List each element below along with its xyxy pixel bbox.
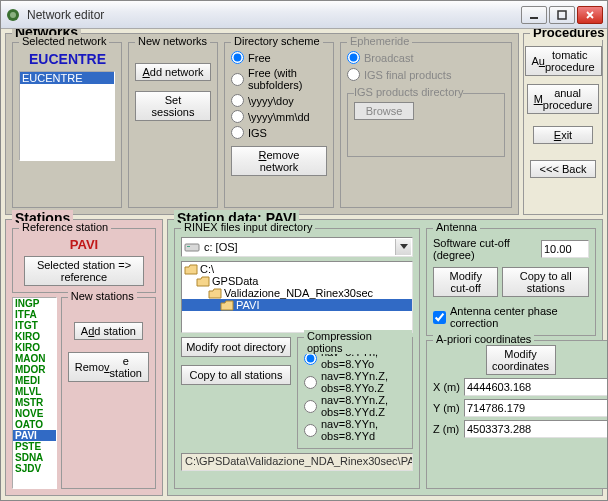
- remove-station-button[interactable]: Removestation: [68, 352, 149, 382]
- modify-cutoff-button[interactable]: Modify cut-off: [433, 267, 498, 297]
- procedures-title: Procedures: [530, 29, 607, 40]
- coords-group: A-priori coordinates Modify coordinates …: [426, 340, 607, 489]
- folder-icon: [196, 276, 210, 287]
- copy-all-stations-button[interactable]: Copy to all stations: [181, 365, 291, 385]
- compression-options-group: Compression options nav=8.YYn, obs=8.YYo…: [297, 337, 413, 449]
- folder-row[interactable]: PAVI: [182, 299, 412, 311]
- dir-free-sub-radio[interactable]: Free (with subfolders): [231, 67, 327, 91]
- folder-row[interactable]: Validazione_NDA_Rinex30sec: [182, 287, 412, 299]
- comp-opt-b-radio[interactable]: nav=8.YYn.Z, obs=8.YYo.Z: [304, 370, 406, 394]
- coord-y-label: Y (m): [433, 402, 461, 414]
- exit-button[interactable]: Exit: [533, 126, 593, 144]
- station-list-item[interactable]: ITFA: [13, 309, 56, 320]
- eph-igsfinal-label: IGS final products: [364, 69, 451, 81]
- svg-rect-2: [530, 17, 538, 19]
- station-list-item[interactable]: MSTR: [13, 397, 56, 408]
- comp-opt-c-radio[interactable]: nav=8.YYn.Z, obs=8.YYd.Z: [304, 394, 406, 418]
- folder-icon: [184, 264, 198, 275]
- minimize-button[interactable]: [521, 6, 547, 24]
- station-list-item[interactable]: SJDV: [13, 463, 56, 474]
- back-button[interactable]: <<< Back: [530, 160, 596, 178]
- reference-station-name: PAVI: [70, 237, 98, 252]
- network-list-item[interactable]: EUCENTRE: [20, 72, 114, 84]
- dir-ydoy-label: \yyyy\doy: [248, 95, 294, 107]
- path-display: C:\GPSData\Validazione_NDA_Rinex30sec\PA…: [181, 453, 413, 471]
- ephemeride-legend: Ephemeride: [347, 35, 412, 47]
- set-sessions-button[interactable]: Set sessions: [135, 91, 211, 121]
- rinex-bottom: Modify root directory Copy to all statio…: [181, 337, 413, 449]
- new-networks-legend: New networks: [135, 35, 210, 47]
- station-list-item[interactable]: KIRO: [13, 342, 56, 353]
- igs-products-dir-legend: IGS products directory: [354, 86, 463, 98]
- close-button[interactable]: [577, 6, 603, 24]
- coords-legend: A-priori coordinates: [433, 333, 534, 345]
- cutoff-label: Software cut-off (degree): [433, 237, 537, 261]
- station-list-item[interactable]: MDOR: [13, 364, 56, 375]
- coord-z-input[interactable]: [464, 420, 607, 438]
- station-list-item[interactable]: PAVI: [13, 430, 56, 441]
- igs-products-dir-group: IGS products directory Browse: [347, 93, 505, 157]
- station-list-item[interactable]: SDNA: [13, 452, 56, 463]
- comp-opt-d-radio[interactable]: nav=8.YYn, obs=8.YYd: [304, 418, 406, 442]
- add-station-button[interactable]: Add station: [74, 322, 143, 340]
- folder-tree[interactable]: C:\GPSDataValidazione_NDA_Rinex30secPAVI: [181, 261, 413, 333]
- add-network-button[interactable]: Add network: [135, 63, 210, 81]
- station-list-item[interactable]: ITGT: [13, 320, 56, 331]
- dir-free-radio[interactable]: Free: [231, 51, 327, 64]
- station-data-group: Station data: PAVI RINEX files input dir…: [167, 219, 603, 496]
- station-list-item[interactable]: NOVE: [13, 408, 56, 419]
- selected-station-reference-button[interactable]: Selected station => reference: [24, 256, 144, 286]
- coords-comp-row: A-priori coordinates Modify coordinates …: [426, 340, 596, 489]
- networks-listbox[interactable]: EUCENTRE: [19, 71, 115, 161]
- maximize-button[interactable]: [549, 6, 575, 24]
- dir-ydoy-radio[interactable]: \yyyy\doy: [231, 94, 327, 107]
- antenna-column: Antenna Software cut-off (degree) Modify…: [426, 228, 596, 489]
- directory-scheme-legend: Directory scheme: [231, 35, 323, 47]
- drive-label: c: [OS]: [204, 241, 238, 253]
- station-list-item[interactable]: MAON: [13, 353, 56, 364]
- app-icon: [5, 7, 21, 23]
- svg-point-1: [10, 12, 16, 18]
- antenna-group: Antenna Software cut-off (degree) Modify…: [426, 228, 596, 336]
- comp-opt-d-label: nav=8.YYn, obs=8.YYd: [321, 418, 406, 442]
- phase-correction-checkbox[interactable]: Antenna center phase correction: [433, 305, 589, 329]
- modify-coords-button[interactable]: Modify coordinates: [486, 345, 556, 375]
- dir-free-sub-label: Free (with subfolders): [248, 67, 327, 91]
- cutoff-row: Software cut-off (degree): [433, 237, 589, 261]
- antenna-legend: Antenna: [433, 221, 480, 233]
- automatic-procedure-button[interactable]: Automaticprocedure: [525, 46, 602, 76]
- folder-row[interactable]: GPSData: [182, 275, 412, 287]
- eph-igsfinal-radio[interactable]: IGS final products: [347, 68, 505, 81]
- networks-group: Networks Selected network EUCENTRE EUCEN…: [5, 33, 519, 215]
- coord-x-input[interactable]: [464, 378, 607, 396]
- chevron-down-icon[interactable]: [395, 239, 411, 255]
- bottom-row: Stations Reference station PAVI Selected…: [5, 219, 603, 496]
- station-list-item[interactable]: INGP: [13, 298, 56, 309]
- svg-rect-3: [558, 11, 566, 19]
- station-list-item[interactable]: MEDI: [13, 375, 56, 386]
- station-list-item[interactable]: PSTE: [13, 441, 56, 452]
- drive-combo[interactable]: c: [OS]: [181, 237, 413, 257]
- station-list-item[interactable]: KIRO: [13, 331, 56, 342]
- folder-row[interactable]: C:\: [182, 263, 412, 275]
- copy-cutoff-button[interactable]: Copy to all stations: [502, 267, 589, 297]
- station-list-item[interactable]: OATO: [13, 419, 56, 430]
- window-title: Network editor: [27, 8, 519, 22]
- coord-z-row: Z (m): [433, 420, 607, 438]
- eph-broadcast-radio[interactable]: Broadcast: [347, 51, 505, 64]
- dir-igs-radio[interactable]: IGS: [231, 126, 327, 139]
- coord-y-input[interactable]: [464, 399, 607, 417]
- rinex-buttons: Modify root directory Copy to all statio…: [181, 337, 291, 449]
- remove-network-button[interactable]: Remove network: [231, 146, 327, 176]
- window-frame: Network editor Networks Selected network…: [0, 0, 608, 501]
- rinex-input-group: RINEX files input directory c: [OS] C:\G…: [174, 228, 420, 489]
- station-list-item[interactable]: MLVL: [13, 386, 56, 397]
- manual-procedure-button[interactable]: Manualprocedure: [527, 84, 600, 114]
- modify-root-button[interactable]: Modify root directory: [181, 337, 291, 357]
- dir-ymd-radio[interactable]: \yyyy\mm\dd: [231, 110, 327, 123]
- stations-listbox[interactable]: INGPITFAITGTKIROKIROMAONMDORMEDIMLVLMSTR…: [12, 297, 57, 489]
- cutoff-input[interactable]: [541, 240, 589, 258]
- coord-x-label: X (m): [433, 381, 461, 393]
- drive-icon: [184, 241, 200, 253]
- compression-options-legend: Compression options: [304, 330, 412, 354]
